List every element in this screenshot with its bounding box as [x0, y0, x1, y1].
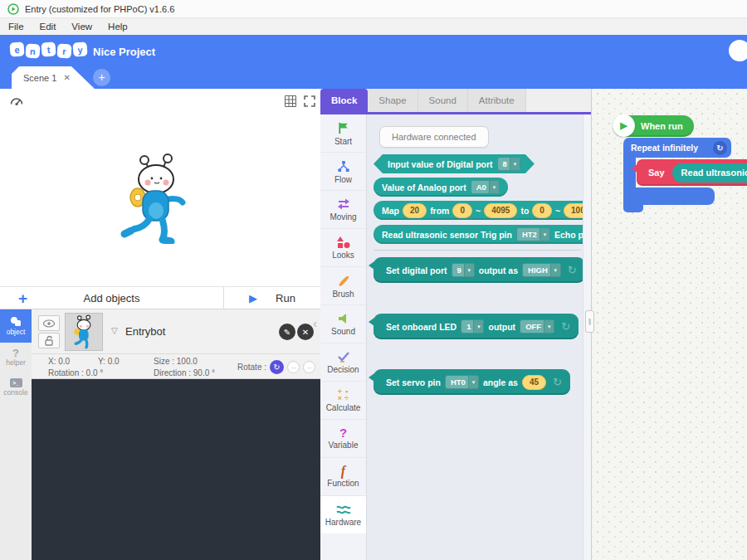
- entrybot-sprite[interactable]: [115, 151, 198, 244]
- digital-port-dropdown[interactable]: 8 ▼: [497, 157, 520, 171]
- category-moving[interactable]: Moving: [320, 191, 366, 229]
- left-mini-sidebar: object ? helper >_ console: [0, 309, 32, 560]
- panel-resize-handle[interactable]: ∥: [585, 310, 594, 333]
- prop-rotation[interactable]: Rotation : 0.0 °: [48, 368, 103, 377]
- entry-logo[interactable]: e n t r y: [10, 43, 87, 57]
- repeat-loop-icon: ↻: [713, 141, 727, 155]
- tab-sound[interactable]: Sound: [418, 89, 468, 112]
- window-title: Entry (customized for PHPoC) v1.6.6: [25, 4, 174, 14]
- no-rotate-button[interactable]: ↔: [303, 361, 315, 373]
- dropdown-arrow-icon: ▼: [510, 158, 520, 170]
- category-brush[interactable]: Brush: [320, 267, 366, 305]
- servo-pin-dropdown[interactable]: HT0 ▼: [445, 375, 479, 389]
- console-output-area: [32, 379, 320, 560]
- script-workspace[interactable]: ▶ When run Repeat infinitely ↻ Say Read …: [591, 89, 747, 560]
- edit-object-button[interactable]: ✎: [279, 324, 295, 340]
- block-map[interactable]: Map 20 from 0 ~ 4095 to 0 ~ 100: [374, 201, 591, 220]
- checkmark-icon: [336, 350, 351, 363]
- menu-bar: File Edit View Help: [0, 18, 747, 35]
- category-function[interactable]: f Function: [320, 458, 366, 496]
- run-button[interactable]: ▶ Run: [224, 287, 320, 309]
- tab-block[interactable]: Block: [320, 89, 368, 112]
- block-analog-input[interactable]: Value of Analog port A0 ▼: [374, 178, 508, 197]
- hardware-connected-button[interactable]: Hardware connected: [379, 126, 489, 148]
- entrybot-thumbnail-icon: [68, 314, 100, 349]
- grid-toggle-icon[interactable]: [284, 95, 297, 108]
- header-user-button[interactable]: [729, 40, 747, 61]
- entry-app-window: Entry (customized for PHPoC) v1.6.6 File…: [0, 0, 747, 560]
- entry-app-icon: [7, 3, 19, 15]
- category-flow[interactable]: Flow: [320, 153, 366, 191]
- sidebar-tab-object[interactable]: object: [0, 309, 32, 343]
- lock-toggle-button[interactable]: [38, 333, 60, 348]
- project-name[interactable]: Nice Project: [93, 46, 155, 58]
- block-set-led[interactable]: Set onboard LED 1 ▼ output OFF ▼ ↻: [374, 314, 579, 339]
- prop-y[interactable]: Y: 0.0: [98, 357, 120, 366]
- collapse-panel-icon[interactable]: ‹: [313, 316, 317, 330]
- led-number-dropdown[interactable]: 1 ▼: [461, 319, 484, 334]
- tab-attribute[interactable]: Attribute: [468, 89, 526, 112]
- scene-close-icon[interactable]: ✕: [63, 73, 70, 82]
- category-variable[interactable]: ? Variable: [320, 420, 366, 458]
- trig-pin-dropdown[interactable]: HT2 ▼: [516, 227, 550, 241]
- category-calculate[interactable]: +▪×÷ Calculate: [320, 382, 366, 420]
- palette-scrollbar[interactable]: [583, 114, 591, 560]
- prop-size[interactable]: Size : 100.0: [154, 357, 198, 366]
- block-say[interactable]: Say Read ultrasonic sensor: [637, 159, 747, 186]
- start-flag-icon: [336, 121, 351, 135]
- category-looks[interactable]: Looks: [320, 229, 366, 267]
- sidebar-tab-console[interactable]: >_ console: [0, 373, 32, 402]
- chevron-down-icon[interactable]: ▽: [111, 326, 118, 335]
- dropdown-arrow-icon: ▼: [550, 264, 560, 276]
- flip-horizontal-button[interactable]: ↔: [287, 361, 300, 373]
- menu-view[interactable]: View: [71, 22, 92, 32]
- delete-object-button[interactable]: ✕: [297, 324, 314, 340]
- map-outmin-input[interactable]: 0: [532, 203, 552, 218]
- expand-stage-icon[interactable]: [303, 95, 316, 108]
- add-scene-button[interactable]: +: [93, 69, 110, 86]
- visibility-toggle-button[interactable]: [38, 315, 60, 331]
- menu-help[interactable]: Help: [108, 22, 128, 32]
- servo-angle-input[interactable]: 45: [522, 375, 546, 390]
- add-objects-button[interactable]: + Add objects: [0, 287, 224, 309]
- repeat-bottom-bar[interactable]: [623, 187, 715, 205]
- digital-out-port-dropdown[interactable]: 9 ▼: [452, 263, 475, 277]
- menu-edit[interactable]: Edit: [40, 22, 56, 32]
- speed-gauge-icon[interactable]: [8, 93, 25, 110]
- analog-port-dropdown[interactable]: A0 ▼: [471, 180, 500, 194]
- object-name[interactable]: Entrybot: [125, 325, 165, 338]
- category-sound[interactable]: Sound: [320, 305, 366, 343]
- category-start[interactable]: Start: [320, 114, 366, 153]
- led-value-dropdown[interactable]: OFF ▼: [520, 319, 554, 334]
- block-digital-input[interactable]: Input value of Digital port 8 ▼: [374, 154, 535, 173]
- category-decision[interactable]: Decision: [320, 343, 366, 382]
- loop-icon: ↻: [568, 264, 577, 276]
- digital-out-value-dropdown[interactable]: HIGH ▼: [522, 263, 561, 277]
- block-ultrasonic-read[interactable]: Read ultrasonic sensor Trig pin HT2 ▼ Ec…: [374, 225, 591, 244]
- plus-icon: +: [18, 290, 27, 306]
- map-inmax-input[interactable]: 4095: [484, 203, 517, 218]
- sidebar-tab-helper[interactable]: ? helper: [0, 343, 32, 373]
- play-icon: ▶: [249, 292, 257, 304]
- category-hardware[interactable]: Hardware: [320, 496, 366, 534]
- object-thumbnail[interactable]: [65, 313, 103, 351]
- tab-shape[interactable]: Shape: [368, 89, 417, 112]
- prop-x[interactable]: X: 0.0: [48, 357, 70, 366]
- prop-direction[interactable]: Direction : 90.0 °: [154, 368, 215, 377]
- block-when-run[interactable]: ▶ When run: [613, 115, 694, 137]
- map-value-input[interactable]: 20: [403, 203, 427, 218]
- menu-file[interactable]: File: [8, 22, 24, 32]
- block-repeat-infinitely[interactable]: Repeat infinitely ↻: [623, 138, 731, 158]
- loop-icon: ↻: [561, 320, 570, 333]
- scene-tab[interactable]: Scene 1 ✕: [12, 66, 95, 89]
- pencil-icon: ✎: [284, 328, 290, 337]
- block-set-servo[interactable]: Set servo pin HT0 ▼ angle as 45 ↻: [374, 369, 570, 395]
- say-value-block[interactable]: Read ultrasonic sensor: [672, 163, 747, 183]
- sidebar-tab-helper-label: helper: [6, 358, 26, 367]
- terminal-icon: >_: [10, 378, 22, 387]
- block-set-digital[interactable]: Set digital port 9 ▼ output as HIGH ▼ ↻: [374, 257, 585, 283]
- close-icon: ✕: [302, 328, 309, 337]
- object-list-row[interactable]: ▽ Entrybot ✎ ✕ ‹: [32, 309, 320, 354]
- map-inmin-input[interactable]: 0: [452, 203, 472, 218]
- rotate-mode-button[interactable]: ↻: [270, 360, 284, 374]
